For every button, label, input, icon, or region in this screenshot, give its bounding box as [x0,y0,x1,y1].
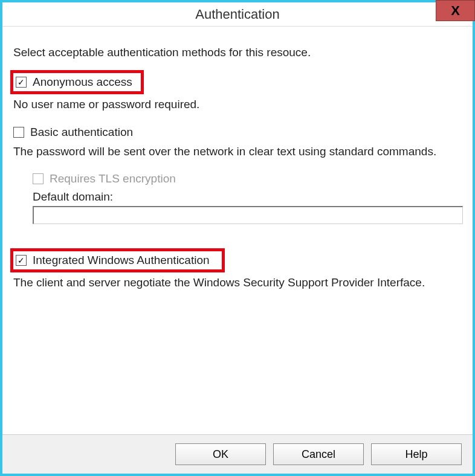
tls-label: Requires TLS encryption [50,172,176,185]
close-button[interactable]: X [436,0,475,21]
window-title: Authentication [195,7,279,22]
tls-checkbox [33,173,44,184]
iwa-checkbox[interactable]: ✓ [16,255,27,266]
titlebar: Authentication X [2,2,473,27]
button-bar: OK Cancel Help [2,434,473,474]
basic-auth-desc: The password will be sent over the netwo… [13,144,462,159]
anonymous-access-desc: No user name or password required. [13,97,462,112]
iwa-desc: The client and server negotiate the Wind… [13,275,462,291]
basic-auth-label: Basic authentication [30,126,133,139]
dialog-window: Authentication X Select acceptable authe… [0,0,475,476]
iwa-label: Integrated Windows Authentication [33,254,210,267]
help-button[interactable]: Help [371,443,462,465]
ok-button[interactable]: OK [175,443,266,465]
cancel-button[interactable]: Cancel [273,443,364,465]
anonymous-access-checkbox[interactable]: ✓ [16,77,27,88]
instruction-text: Select acceptable authentication methods… [13,46,462,59]
tls-row: Requires TLS encryption [33,172,462,185]
default-domain-input[interactable] [33,206,463,224]
default-domain-label: Default domain: [33,190,462,204]
iwa-highlight: ✓ Integrated Windows Authentication [10,248,225,272]
dialog-body: Select acceptable authentication methods… [2,27,473,434]
anonymous-access-label: Anonymous access [33,76,132,89]
basic-auth-row: Basic authentication [13,126,462,139]
basic-auth-checkbox[interactable] [13,127,24,138]
anonymous-access-highlight: ✓ Anonymous access [10,70,144,94]
close-icon: X [451,3,460,19]
